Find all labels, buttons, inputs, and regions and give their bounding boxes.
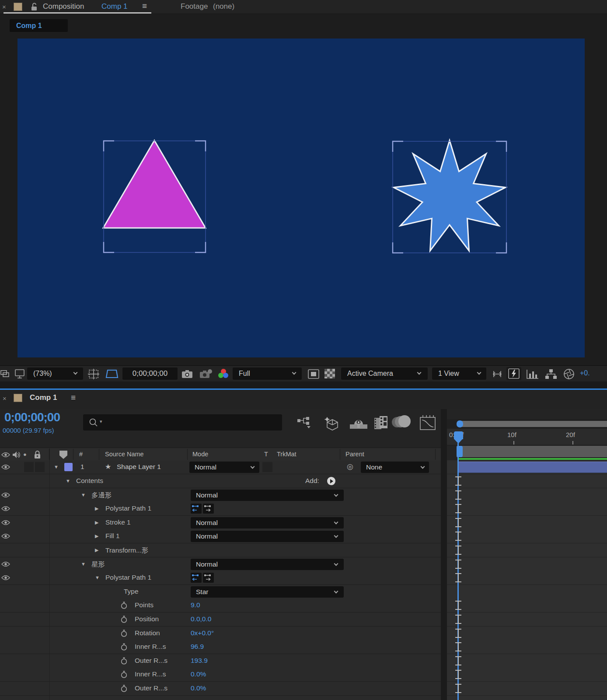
property-dropdown[interactable]: Normal [191, 559, 344, 570]
search-input[interactable]: ▾ [83, 414, 282, 430]
time-ruler[interactable]: 0:00f 10f 20f [447, 429, 607, 445]
timeline-navigator-bar[interactable] [457, 421, 607, 427]
transparency-grid-icon[interactable] [324, 369, 335, 378]
expander-icon[interactable]: ▶ [95, 547, 98, 553]
property-dropdown[interactable]: Star [191, 586, 344, 598]
trkmat-cell[interactable] [262, 462, 272, 472]
channel-rgb-icon[interactable] [217, 368, 230, 380]
column-trkmat[interactable]: TrkMat [277, 451, 297, 458]
layer-name[interactable]: Shape Layer 1 [117, 463, 161, 471]
monitor-icon[interactable] [14, 369, 26, 379]
composition-mini-flowchart-icon[interactable] [297, 416, 314, 430]
timeline-navigator-handle[interactable] [457, 420, 463, 427]
column-number[interactable]: # [79, 451, 83, 458]
resolution-dropdown[interactable]: Full [233, 368, 302, 380]
stopwatch-icon[interactable] [121, 643, 127, 651]
expander-icon[interactable]: ▶ [95, 506, 98, 511]
property-value[interactable]: 96.9 [191, 643, 204, 651]
expander-icon[interactable]: ▼ [81, 492, 86, 497]
snapshot-camera-icon[interactable] [181, 369, 194, 379]
path-out-button[interactable] [203, 504, 214, 514]
video-eye-icon[interactable] [1, 452, 10, 458]
row-fill-1[interactable]: ▶Fill 1Normal [0, 529, 441, 543]
eye-icon[interactable] [1, 575, 10, 581]
grid-guides-icon[interactable] [87, 368, 100, 380]
graph-editor-icon[interactable] [419, 414, 437, 431]
column-parent[interactable]: Parent [345, 451, 364, 458]
motion-blur-icon[interactable] [392, 415, 412, 430]
expander-icon[interactable]: ▶ [95, 533, 98, 539]
histogram-icon[interactable] [526, 368, 540, 380]
region-of-interest-icon[interactable] [105, 368, 119, 380]
fast-previews-button[interactable] [506, 367, 521, 380]
stopwatch-icon[interactable] [121, 602, 127, 609]
row-points[interactable]: Points9.0 [0, 598, 441, 612]
row-polystar-path-1[interactable]: ▼Polystar Path 1 [0, 571, 441, 585]
row-inner-r-s[interactable]: Inner R...s0.0% [0, 668, 441, 682]
path-in-button[interactable] [191, 573, 202, 583]
path-out-button[interactable] [203, 573, 214, 583]
path-in-button[interactable] [191, 504, 202, 514]
expander-icon[interactable]: ▼ [66, 478, 70, 483]
eye-icon[interactable] [1, 492, 10, 498]
eye-icon[interactable] [1, 506, 10, 511]
switch-cell[interactable] [24, 462, 34, 472]
viewport-timecode[interactable]: 0;00;00;00 [122, 368, 178, 380]
row-type[interactable]: TypeStar [0, 585, 441, 599]
shy-layers-icon[interactable] [349, 416, 368, 430]
row-rotation[interactable]: Rotation0x+0.0° [0, 626, 441, 640]
viewer-tab-comp1[interactable]: Comp 1 [10, 19, 68, 32]
stopwatch-icon[interactable] [121, 657, 127, 665]
eye-icon[interactable] [1, 533, 10, 539]
flowchart-tree-icon[interactable] [544, 368, 558, 380]
parent-dropdown[interactable]: None [361, 462, 429, 473]
panel-menu-icon[interactable]: ≡ [142, 1, 147, 11]
layer-expander-icon[interactable]: ▼ [54, 464, 59, 469]
star-shape[interactable] [394, 140, 506, 251]
triangle-shape[interactable] [103, 140, 206, 228]
row--[interactable]: ▼多邊形Normal [0, 488, 441, 502]
property-value[interactable]: 0x+0.0° [191, 629, 214, 637]
column-source-name[interactable]: Source Name [105, 451, 144, 458]
property-value[interactable]: 193.9 [191, 657, 208, 665]
row-outer-r-s[interactable]: Outer R...s193.9 [0, 654, 441, 668]
property-value[interactable]: 9.0 [191, 601, 200, 609]
property-value[interactable]: 0.0% [191, 684, 206, 692]
row-position[interactable]: Position0.0,0.0 [0, 612, 441, 626]
eye-icon[interactable] [1, 561, 10, 567]
exposure-value[interactable]: +0. [580, 369, 590, 377]
work-area-bar[interactable] [457, 446, 607, 457]
property-dropdown[interactable]: Normal [191, 490, 344, 501]
pixel-aspect-icon[interactable] [490, 369, 505, 379]
row-contents[interactable]: ▼ContentsAdd: [0, 474, 441, 488]
row--[interactable]: ▼星形Normal [0, 557, 441, 571]
audio-speaker-icon[interactable] [12, 451, 21, 459]
row-polystar-path-1[interactable]: ▶Polystar Path 1 [0, 502, 441, 516]
property-value[interactable]: 0.0,0.0 [191, 615, 211, 623]
timeline-menu-icon[interactable]: ≡ [71, 393, 76, 402]
layer-duration-bar[interactable] [458, 462, 607, 473]
expander-icon[interactable]: ▼ [81, 561, 86, 567]
frame-blending-icon[interactable] [373, 414, 390, 431]
lock-icon[interactable] [34, 450, 41, 459]
show-snapshot-icon[interactable] [199, 368, 214, 380]
layer-row-shape-layer-1[interactable]: ▼ 1 ★ Shape Layer 1 Normal ◎ None [0, 460, 441, 474]
eye-icon[interactable] [1, 520, 10, 525]
camera-view-dropdown[interactable]: Active Camera [341, 368, 428, 380]
magnification-dropdown[interactable]: (73%) [27, 368, 83, 380]
row-stroke-1[interactable]: ▶Stroke 1Normal [0, 516, 441, 530]
property-value[interactable]: 0.0% [191, 670, 206, 678]
target-region-icon[interactable] [307, 369, 320, 379]
expander-icon[interactable]: ▼ [95, 575, 100, 580]
tab-composition-comp-name[interactable]: Comp 1 [101, 2, 128, 11]
expander-icon[interactable]: ▶ [95, 520, 98, 525]
switch-cell[interactable] [35, 462, 45, 472]
column-mode[interactable]: Mode [192, 451, 208, 458]
row-transform-[interactable]: ▶Transform...形 [0, 543, 441, 557]
composition-canvas[interactable] [17, 38, 585, 357]
panel-close-icon[interactable]: × [2, 3, 6, 10]
current-timecode[interactable]: 0;00;00;00 [4, 410, 60, 424]
solo-icon[interactable]: ● [23, 451, 27, 458]
draft-3d-icon[interactable] [323, 414, 341, 431]
property-dropdown[interactable]: Normal [191, 517, 344, 528]
